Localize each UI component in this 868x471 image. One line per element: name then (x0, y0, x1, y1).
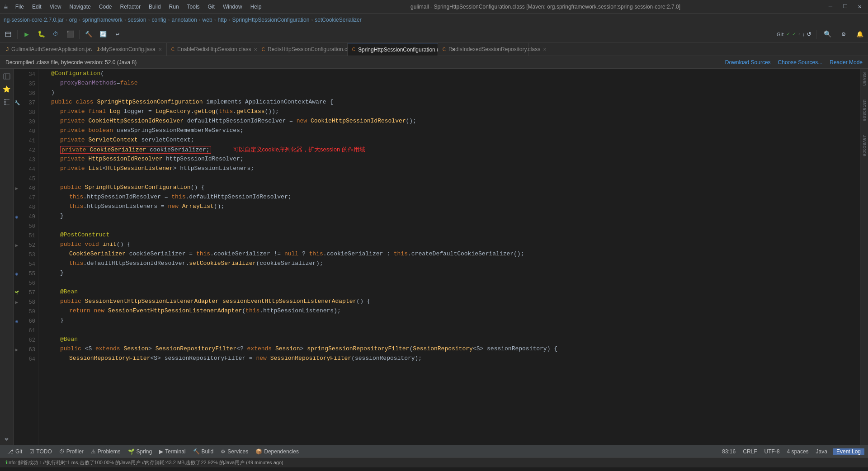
tab-label-5: RedisIndexedSessionRepository.class (448, 46, 540, 52)
tab-close-1[interactable]: ✕ (158, 47, 162, 52)
build-button[interactable]: 🔨 (82, 28, 95, 41)
tab-close-5[interactable]: ✕ (543, 47, 547, 52)
maximize-button[interactable]: □ (840, 3, 849, 10)
sync-button[interactable]: 🔄 (97, 28, 109, 41)
language-indicator[interactable]: Java (812, 448, 831, 455)
tab-close-4[interactable]: ✕ (452, 47, 455, 52)
git-status-icon: ⎇ (7, 448, 14, 455)
notifications-button[interactable]: 🔔 (854, 28, 866, 41)
code-editor[interactable]: @Configuration( proxyBeanMethods = false… (38, 69, 860, 445)
run-with-coverage-button[interactable]: ⏱ (49, 28, 62, 41)
database-sidebar-label[interactable]: Database (862, 98, 867, 123)
minimize-button[interactable]: ─ (826, 3, 835, 10)
code-line-54: this.defaultHttpSessionIdResolver.setCoo… (38, 259, 860, 268)
breadcrumb-item-8[interactable]: SpringHttpSessionConfiguration (232, 17, 310, 23)
menu-view[interactable]: View (46, 3, 65, 11)
close-button[interactable]: ✕ (855, 3, 864, 10)
tab-mysession[interactable]: J MySessionConfig.java ✕ (92, 43, 167, 56)
breadcrumb-item-9[interactable]: setCookieSerializer (315, 17, 361, 23)
tab-enableredis[interactable]: C EnableRedisHttpSession.class ✕ (167, 43, 257, 56)
menu-run[interactable]: Run (165, 3, 183, 11)
tab-close-2[interactable]: ✕ (254, 47, 257, 52)
tab-icon-0: J (6, 47, 9, 52)
breadcrumb-item-4[interactable]: config (151, 17, 166, 23)
breadcrumb-item-1[interactable]: org (69, 17, 77, 23)
menu-file[interactable]: File (12, 3, 28, 11)
window-title: gulimall - SpringHttpSessionConfiguratio… (410, 4, 680, 10)
spring-status-item[interactable]: 🌱 Spring (124, 445, 156, 457)
indent-indicator[interactable]: 4 spaces (783, 448, 812, 455)
position-indicator[interactable]: 83:16 (718, 448, 739, 455)
todo-status-item[interactable]: ☑ TODO (26, 445, 55, 457)
debug-button[interactable]: 🐛 (35, 28, 47, 41)
maven-sidebar-label[interactable]: Maven (862, 71, 867, 88)
line-47: 47 (14, 193, 38, 203)
menu-help[interactable]: Help (247, 3, 265, 11)
menu-build[interactable]: Build (145, 3, 165, 11)
encoding-text: UTF-8 (764, 448, 780, 455)
code-line-55: } (38, 268, 860, 278)
tab-gulimall-auth[interactable]: J GulimallAuthServerApplication.java ✕ (2, 43, 92, 56)
tab-icon-2: C (171, 47, 175, 52)
profiler-status-item[interactable]: ⏱ Profiler (56, 445, 87, 457)
line-63: ▶63 (14, 345, 38, 354)
status-bar: ⎇ Git ☑ TODO ⏱ Profiler ⚠ Problems 🌱 Spr… (0, 445, 868, 457)
bookmarks-action-icon[interactable]: ⭐ (1, 83, 13, 95)
breadcrumb-item-6[interactable]: web (203, 17, 212, 23)
services-status-item[interactable]: ⚙ Services (217, 445, 252, 457)
git-refresh[interactable]: ↺ (807, 31, 811, 38)
menu-refactor[interactable]: Refactor (117, 3, 144, 11)
download-sources-link[interactable]: Download Sources (725, 59, 771, 66)
terminal-icon: ▶ (159, 448, 163, 455)
favorites-action-icon[interactable]: ❤ (1, 433, 13, 445)
line-55: ◉55 (14, 269, 38, 278)
tab-close-3[interactable]: ✕ (359, 47, 363, 52)
project-action-icon[interactable] (1, 71, 13, 82)
menu-git[interactable]: Git (204, 3, 218, 11)
line-48: 48 (14, 203, 38, 212)
git-status-item[interactable]: ⎇ Git (4, 445, 26, 457)
terminal-status-item[interactable]: ▶ Terminal (156, 445, 189, 457)
undo-button[interactable]: ↩ (111, 28, 124, 41)
dependencies-status-item[interactable]: 📦 Dependencies (252, 445, 302, 457)
menu-tools[interactable]: Tools (184, 3, 203, 11)
git-label: Git: (777, 32, 784, 37)
todo-icon: ☑ (29, 448, 34, 455)
build-status-item[interactable]: 🔨 Build (189, 445, 217, 457)
run-button[interactable]: ▶ (20, 28, 33, 41)
search-button[interactable]: 🔍 (821, 28, 834, 41)
problems-status-item[interactable]: ⚠ Problems (87, 445, 124, 457)
project-icon[interactable] (2, 28, 14, 41)
code-line-35: proxyBeanMethods = false (38, 78, 860, 88)
menu-edit[interactable]: Edit (28, 3, 45, 11)
event-log-item[interactable]: Event Log (833, 448, 864, 455)
code-line-60: } (38, 316, 860, 325)
reader-mode-button[interactable]: Reader Mode (830, 59, 863, 66)
stop-button[interactable]: ⬛ (64, 28, 76, 41)
breadcrumb-item-7[interactable]: http (218, 17, 227, 23)
code-line-38: private final Log logger = LogFactory.ge… (38, 107, 860, 116)
problems-icon: ⚠ (91, 448, 96, 455)
build-icon: 🔨 (193, 448, 200, 455)
tab-close-0[interactable]: ✕ (99, 47, 102, 52)
menu-window[interactable]: Window (219, 3, 246, 11)
tab-redis-config[interactable]: C RedisHttpSessionConfiguration.class ✕ (257, 43, 348, 56)
breadcrumb-item-0[interactable]: ng-session-core-2.7.0.jar (4, 17, 64, 23)
structure-action-icon[interactable] (1, 96, 13, 108)
encoding-indicator[interactable]: UTF-8 (761, 448, 783, 455)
breadcrumb-item-3[interactable]: session (128, 17, 146, 23)
line-59: 59 (14, 307, 38, 316)
git-arrow-up[interactable]: ↑ (798, 32, 801, 37)
breadcrumb-item-5[interactable]: annotation (172, 17, 197, 23)
choose-sources-link[interactable]: Choose Sources... (778, 59, 823, 66)
menu-code[interactable]: Code (95, 3, 116, 11)
breadcrumb-item-2[interactable]: springframework (82, 17, 123, 23)
toolbar-sep-right (816, 30, 816, 39)
git-arrow-down[interactable]: ↓ (802, 32, 805, 37)
line-separator[interactable]: CRLF (739, 448, 760, 455)
javacode-sidebar-label[interactable]: Javacode (862, 133, 867, 158)
line-43: 43 (14, 155, 38, 165)
menu-navigate[interactable]: Navigate (66, 3, 94, 11)
download-links: Download Sources Choose Sources... Reade… (725, 59, 863, 66)
settings-button[interactable]: ⚙ (837, 28, 850, 41)
